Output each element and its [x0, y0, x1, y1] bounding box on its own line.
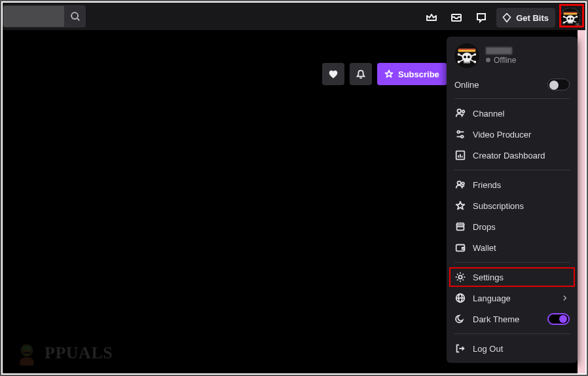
- online-toggle[interactable]: [547, 79, 570, 90]
- menu-label: Video Producer: [473, 130, 531, 140]
- user-dropdown: Offline Online Channel Video Producer Cr…: [447, 37, 578, 363]
- svg-rect-37: [457, 225, 464, 230]
- search-icon: [69, 10, 81, 22]
- svg-point-39: [458, 275, 462, 278]
- menu-log-out[interactable]: Log Out: [447, 338, 578, 359]
- follow-button[interactable]: [322, 63, 344, 85]
- watermark-text: PPUALS: [45, 343, 113, 363]
- dropdown-avatar: [454, 43, 479, 68]
- search-button[interactable]: [65, 5, 86, 28]
- logout-icon: [454, 343, 466, 354]
- online-toggle-row: Online: [447, 75, 578, 94]
- skull-avatar-icon: [454, 43, 479, 68]
- menu-video-producer[interactable]: Video Producer: [447, 124, 578, 145]
- menu-label: Channel: [473, 109, 504, 119]
- star-icon: [384, 69, 394, 79]
- svg-rect-16: [458, 49, 476, 50]
- dark-theme-toggle[interactable]: [547, 313, 570, 325]
- svg-point-28: [458, 131, 460, 134]
- svg-rect-5: [564, 12, 578, 13]
- menu-label: Log Out: [473, 344, 503, 354]
- svg-line-1: [77, 18, 79, 20]
- svg-point-0: [71, 12, 78, 19]
- svg-point-19: [458, 61, 460, 64]
- menu-language[interactable]: Language: [447, 288, 578, 309]
- menu-label: Creator Dashboard: [473, 151, 545, 160]
- divider-icon: [454, 333, 570, 334]
- svg-point-8: [563, 22, 565, 24]
- svg-point-13: [571, 18, 573, 20]
- menu-drops[interactable]: Drops: [447, 216, 578, 237]
- svg-point-18: [473, 53, 476, 56]
- notifications-button[interactable]: [350, 63, 372, 85]
- crown-icon: [425, 11, 438, 24]
- gear-icon: [454, 271, 466, 283]
- moon-icon: [454, 313, 466, 325]
- svg-point-35: [458, 181, 461, 185]
- svg-point-26: [462, 111, 465, 113]
- get-bits-button[interactable]: Get Bits: [496, 8, 555, 28]
- svg-rect-46: [24, 352, 31, 354]
- chevron-right-icon: [560, 293, 570, 303]
- menu-channel[interactable]: Channel: [447, 103, 578, 124]
- heart-icon: [327, 68, 339, 80]
- prime-button[interactable]: [422, 8, 441, 28]
- menu-label: Drops: [473, 222, 496, 232]
- chat-icon: [475, 11, 488, 24]
- watermark-logo-icon: [13, 339, 41, 367]
- menu-wallet[interactable]: Wallet: [447, 237, 578, 258]
- dashboard-icon: [454, 149, 466, 161]
- svg-point-24: [468, 56, 470, 58]
- subscribe-label: Subscribe: [398, 69, 439, 79]
- status-dot-icon: [574, 22, 581, 28]
- menu-creator-dashboard[interactable]: Creator Dashboard: [447, 145, 578, 166]
- svg-point-12: [568, 18, 570, 20]
- dropdown-header: Offline: [447, 43, 578, 75]
- sliders-icon: [454, 128, 466, 140]
- svg-point-7: [576, 16, 578, 18]
- friends-icon: [454, 179, 466, 191]
- divider-icon: [454, 262, 570, 263]
- channel-icon: [454, 107, 466, 119]
- menu-dark-theme: Dark Theme: [447, 309, 578, 329]
- whispers-button[interactable]: [471, 8, 491, 28]
- svg-point-25: [458, 109, 461, 113]
- search-box: [3, 5, 86, 28]
- channel-action-row: Subscribe: [322, 63, 447, 85]
- menu-settings[interactable]: Settings: [447, 267, 578, 288]
- search-input[interactable]: [3, 5, 65, 28]
- menu-label: Language: [473, 293, 511, 303]
- inbox-button[interactable]: [447, 8, 466, 28]
- svg-point-23: [464, 56, 466, 58]
- dropdown-username: [486, 47, 512, 54]
- subscribe-button[interactable]: Subscribe: [377, 63, 447, 85]
- user-avatar-button[interactable]: [560, 8, 580, 28]
- svg-point-6: [563, 16, 565, 18]
- top-right-controls: Get Bits: [422, 4, 580, 31]
- dropdown-user-info: Offline: [486, 47, 516, 65]
- menu-label: Wallet: [473, 243, 496, 253]
- divider-icon: [454, 170, 570, 170]
- menu-friends[interactable]: Friends: [447, 174, 578, 195]
- svg-point-20: [473, 61, 476, 64]
- online-label: Online: [454, 80, 479, 90]
- menu-subscriptions[interactable]: Subscriptions: [447, 195, 578, 216]
- right-edge-strip: [578, 30, 585, 373]
- watermark: PPUALS: [13, 339, 113, 367]
- get-bits-label: Get Bits: [516, 13, 549, 23]
- dropdown-status: Offline: [486, 56, 516, 65]
- star-icon: [454, 200, 466, 212]
- wallet-icon: [454, 242, 466, 254]
- menu-label: Friends: [473, 180, 501, 190]
- svg-point-17: [458, 53, 460, 56]
- menu-label: Settings: [473, 273, 504, 282]
- svg-point-36: [462, 182, 464, 185]
- app-frame: Get Bits: [0, 0, 588, 376]
- inbox-icon: [450, 11, 463, 24]
- globe-icon: [454, 292, 466, 304]
- divider-icon: [454, 98, 570, 99]
- svg-point-30: [461, 136, 464, 138]
- top-bar: Get Bits: [3, 3, 585, 30]
- menu-label: Subscriptions: [473, 201, 524, 211]
- menu-label: Dark Theme: [473, 314, 519, 324]
